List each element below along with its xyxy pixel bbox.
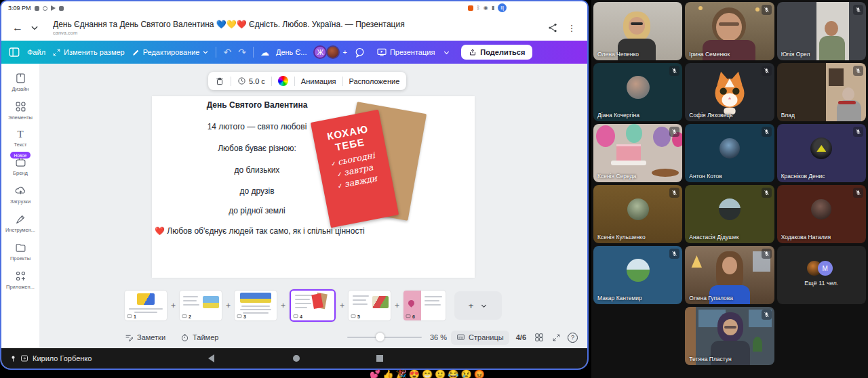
page-thumbnail-1[interactable]: 1 <box>125 291 167 320</box>
page-thumbnail-5[interactable]: 5 <box>349 291 391 320</box>
collaborators[interactable]: Ж + <box>313 45 347 59</box>
participant-tile[interactable]: Ксенія Середа <box>593 124 682 182</box>
element-toolbar: 5.0 с Анимация Расположение <box>208 72 406 90</box>
notes-button[interactable]: Заметки <box>125 333 165 342</box>
delete-icon[interactable] <box>215 77 224 86</box>
add-page-options-chevron[interactable] <box>480 302 488 310</box>
help-button[interactable]: ? <box>568 333 578 343</box>
doc-name[interactable]: День Є... <box>276 48 307 56</box>
timer-button[interactable]: Таймер <box>180 333 218 342</box>
add-page-between[interactable]: + <box>394 301 400 310</box>
file-menu[interactable]: Файл <box>27 48 45 56</box>
participant-tile[interactable]: Ірина Семенюк <box>685 2 774 60</box>
present-options-chevron[interactable] <box>443 49 450 56</box>
nav-back-button[interactable] <box>208 348 214 369</box>
add-page-between[interactable]: + <box>280 301 286 310</box>
participant-tile[interactable]: Олена Гупалова <box>685 246 774 304</box>
grid-view-icon[interactable] <box>534 333 544 342</box>
participant-tile[interactable]: Олена Чепенко <box>593 2 682 60</box>
participant-tile[interactable]: Юлія Орел <box>777 2 866 60</box>
notification-icon <box>59 6 64 11</box>
sidebar-item-brand[interactable]: Новое Бренд <box>1 156 39 176</box>
nav-recents-button[interactable] <box>376 348 383 369</box>
balloon <box>653 127 671 147</box>
slide-canvas[interactable]: День Святого Валентина 14 лютого — свято… <box>152 96 475 278</box>
comments-icon[interactable] <box>354 47 366 58</box>
eye-icon: ◉ <box>484 5 488 11</box>
avatar <box>326 45 340 59</box>
slide-footer-text[interactable]: ❤️ Любов об'єднує людей так само, як і с… <box>155 226 439 236</box>
participant-tile[interactable]: Софія Ляховець <box>685 63 774 121</box>
share-icon[interactable] <box>545 22 560 33</box>
participant-tile[interactable]: Ксенія Кульшенко <box>593 185 682 243</box>
slide-title[interactable]: День Святого Валентина <box>152 100 362 110</box>
plant <box>753 337 762 352</box>
browser-toolbar: ← День Єднання та День Святого Валентина… <box>1 15 587 41</box>
page-thumbnail-6[interactable]: 6 <box>403 291 446 320</box>
participant-tile[interactable]: Макар Кантемир <box>593 246 682 304</box>
edit-menu[interactable]: Редактирование <box>132 48 210 57</box>
avatar <box>719 138 740 159</box>
participant-tile[interactable]: Ходакова Наталия <box>777 185 866 243</box>
participant-tile[interactable]: Анастасія Дідушек <box>685 185 774 243</box>
color-wheel-icon[interactable] <box>278 76 288 86</box>
add-collaborator-icon[interactable]: + <box>342 48 347 56</box>
back-button[interactable]: ← <box>9 22 26 34</box>
avatar <box>627 259 650 282</box>
sidebar-item-text[interactable]: T Текст <box>1 129 39 148</box>
participant-tile[interactable]: Влад <box>777 63 866 121</box>
mic-muted-icon <box>762 127 772 137</box>
avatar <box>627 76 650 99</box>
arrange-button[interactable]: Расположение <box>349 77 400 85</box>
browser-window: 3:09 PM ᛒ ◉ ▮ ‖| ← День Єднання та День … <box>0 0 589 370</box>
sidebar-item-uploads[interactable]: Загрузки <box>1 185 39 205</box>
sidebar-item-elements[interactable]: Элементы <box>1 101 39 121</box>
add-page-between[interactable]: + <box>170 301 176 310</box>
animate-button[interactable]: Анимация <box>301 77 336 85</box>
glasses <box>724 326 736 329</box>
canva-toolbar: Файл Изменить размер Редактирование ↶ ↷ … <box>1 41 587 64</box>
mic-muted-icon <box>669 66 679 76</box>
zoom-slider-thumb[interactable] <box>376 333 384 341</box>
undo-button[interactable]: ↶ <box>223 47 231 58</box>
page-thumbnail-4-selected[interactable]: 4 <box>290 289 336 322</box>
sidebar-item-projects[interactable]: Проекты <box>1 242 39 261</box>
sidebar-item-apps[interactable]: Приложен... <box>1 270 39 290</box>
participant-tile[interactable]: Діана Кочергіна <box>593 63 682 121</box>
battery-icon: ▮ <box>492 5 494 11</box>
resize-button[interactable]: Изменить размер <box>52 48 125 57</box>
chevron-down-icon[interactable] <box>30 23 39 33</box>
redo-button[interactable]: ↷ <box>238 47 246 58</box>
mic-muted-icon <box>762 66 772 76</box>
emoji-reactions-bar[interactable]: 💕👍🎉😍😁🙂😂😢😡 <box>370 369 526 378</box>
fullscreen-icon[interactable] <box>552 333 561 342</box>
duration-button[interactable]: 5.0 с <box>237 77 265 85</box>
participant-tile[interactable]: Тетяна Пластун <box>685 307 774 365</box>
add-page-between[interactable]: + <box>339 301 345 310</box>
participant-tile[interactable]: Антон Котов <box>685 124 774 182</box>
audio-playing-icon: ‖| <box>498 3 507 12</box>
home-sidebar-icon[interactable] <box>8 46 20 58</box>
more-participants-tile[interactable]: M Ещё 11 чел. <box>777 246 866 304</box>
new-badge: Новое <box>10 152 31 159</box>
nav-home-button[interactable] <box>293 348 300 369</box>
sidebar-item-tools[interactable]: Инструмен... <box>1 213 39 233</box>
page-thumbnail-3[interactable]: 3 <box>235 291 277 320</box>
page-indicator: 4/6 <box>516 333 526 341</box>
avatar: Ж <box>313 45 327 59</box>
cat-avatar <box>710 70 749 114</box>
sidebar-item-design[interactable]: Дизайн <box>1 72 39 92</box>
overflow-menu-icon[interactable]: ⋮ <box>564 23 579 33</box>
page-url: canva.com <box>53 30 541 36</box>
participant-tile[interactable]: Красніков Денис <box>777 124 866 182</box>
add-page-between[interactable]: + <box>225 301 231 310</box>
glasses <box>719 22 739 26</box>
pages-view-button[interactable]: Страницы <box>451 331 509 345</box>
add-page-button[interactable]: + <box>454 291 502 320</box>
canva-sidebar: Дизайн Элементы T Текст Новое Бренд Загр… <box>1 64 39 348</box>
zoom-slider[interactable] <box>347 337 422 338</box>
mic-muted-icon <box>762 310 772 320</box>
share-button[interactable]: Поделиться <box>461 45 532 60</box>
page-thumbnail-2[interactable]: 2 <box>180 291 222 320</box>
present-button[interactable]: Презентация <box>376 47 435 58</box>
